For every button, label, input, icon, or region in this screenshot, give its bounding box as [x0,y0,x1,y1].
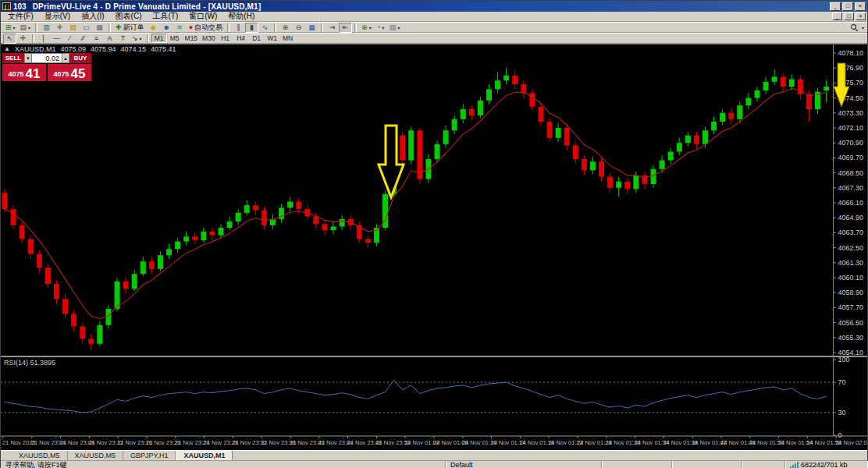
timeframe-m15-button[interactable]: M15 [183,34,201,43]
tile-windows-button[interactable]: ▦ [305,23,318,33]
candle-body [737,105,742,119]
timeframe-d1-button[interactable]: D1 [249,34,265,43]
candle-body [322,224,327,230]
text-label-button[interactable]: T [116,34,130,44]
chart-plot[interactable]: 4078.104076.904075.704074.504073.304072.… [1,44,867,450]
market-watch-button[interactable]: ▥ [40,23,53,33]
candle-body [486,89,492,100]
autotrading-icon: ● [189,23,193,31]
equidistant-channel-button[interactable]: ∕∕ [76,34,90,44]
price-axis-label: 4056.50 [838,319,864,327]
candle-body [495,80,500,89]
price-axis-label: 4069.70 [838,154,864,161]
navigator-button[interactable]: ▧ [66,23,80,33]
candle-body [37,254,42,268]
arrows-button[interactable]: ↘▾ [130,34,144,44]
price-axis-label: 4072.10 [838,124,864,132]
child-restore-button[interactable]: □ [844,12,854,20]
close-button[interactable]: × [855,2,866,11]
bar-chart-icon: ∥ [237,23,240,31]
menu-help[interactable]: 帮助(H) [222,11,260,22]
sell-price[interactable]: 4075 41 [2,64,46,81]
line-chart-button[interactable]: ∿ [258,23,272,33]
templates-button[interactable]: ▨▾ [387,23,403,33]
price-axis-label: 4064.90 [838,214,864,222]
autotrading-button[interactable]: ●自动交易 [187,23,225,33]
volume-input[interactable]: 0.02 [32,53,62,63]
child-minimize-button[interactable]: _ [832,12,842,20]
community-button[interactable]: ☻ [160,23,173,33]
candle-body [88,339,94,343]
timeframe-mn-button[interactable]: MN [280,34,296,43]
chart-area[interactable]: ▲ XAUUSD,M1 4075.09 4075.94 4074.15 4075… [1,44,867,450]
buy-price-prefix: 4075 [54,69,69,80]
search-box[interactable]: ▾ [850,23,864,32]
menu-insert[interactable]: 插入(I) [76,11,109,22]
volume-down-button[interactable]: ▼ [24,53,32,63]
timeframe-m5-button[interactable]: M5 [167,34,183,43]
candle-body [720,113,725,122]
horizontal-line-button[interactable]: — [50,34,63,44]
status-profile[interactable]: Default [446,461,602,468]
fibonacci-button[interactable]: ≡ [90,34,103,44]
candle-body [2,193,8,209]
bar-chart-button[interactable]: ∥ [232,23,245,33]
timeframe-h1-button[interactable]: H1 [218,34,233,43]
buy-price[interactable]: 4075 45 [48,64,91,81]
terminal-button[interactable]: ▭ [80,23,93,33]
timeframe-w1-button[interactable]: W1 [265,34,280,43]
candle-body [660,161,665,169]
cursor-button[interactable]: ↖ [3,34,16,44]
candle-body [80,326,85,339]
menu-window[interactable]: 窗口(W) [183,11,222,22]
chart-tab-xauusd-m5-2[interactable]: XAUUSD,M5 [68,451,124,460]
candle-body [703,130,708,144]
chart-tab-xauusd-m5-1[interactable]: XAUUSD,M5 [12,451,68,460]
timeframe-h4-button[interactable]: H4 [233,34,249,43]
price-axis-label: 4061.30 [838,259,864,267]
timeframe-m1-button[interactable]: M1 [151,34,167,43]
zoom-in-button[interactable]: ⊕ [279,23,292,33]
ohlc-close: 4075.41 [151,45,176,53]
sell-button[interactable]: SELL [2,53,24,63]
toolbar-separator [274,23,276,32]
ohlc-open: 4075.09 [60,45,86,53]
crosshair-button[interactable]: ✛ [16,34,30,44]
minimize-button[interactable]: _ [830,2,841,11]
menu-charts[interactable]: 图表(C) [110,11,148,22]
profiles-button[interactable]: ▤▾ [18,23,34,33]
ohlc-low: 4074.15 [121,45,147,53]
timeframe-m30-button[interactable]: M30 [200,34,218,43]
chart-tab-xauusd-m1[interactable]: XAUUSD,M1 [176,450,233,460]
new-order-button[interactable]: ✚新订单 [113,23,147,33]
account-badge: 103 [13,2,27,11]
signals-button[interactable]: ≋ [173,23,187,33]
new-chart-button[interactable]: ⊞▾ [3,23,18,33]
metaeditor-button[interactable]: ◆ [147,23,160,33]
menu-file[interactable]: 文件(F) [2,11,39,22]
buy-button[interactable]: BUY [69,53,91,63]
auto-scroll-button[interactable]: ⇥ [326,23,339,33]
zoom-out-icon: ⊖ [296,23,302,31]
text-button[interactable]: A [103,34,116,44]
templates-icon: ▨ [390,23,397,31]
menu-view[interactable]: 显示(V) [39,11,76,22]
data-window-button[interactable]: ✚ [53,23,66,33]
trendline-button[interactable]: ∕ [63,34,76,44]
chart-tab-gbpjpy-h1[interactable]: GBPJPY,H1 [123,451,176,460]
candle-body [590,161,596,170]
zoom-out-button[interactable]: ⊖ [292,23,305,33]
strategy-tester-button[interactable]: ▩ [93,23,106,33]
one-click-toggle-icon[interactable]: ▲ [4,45,10,53]
terminal-icon: ▭ [83,23,90,31]
vertical-line-button[interactable]: | [37,34,50,44]
indicators-button[interactable]: ⊕▾ [359,23,374,33]
periods-button[interactable]: ◔▾ [374,23,387,33]
restore-button[interactable]: □ [842,2,853,11]
volume-up-button[interactable]: ▲ [62,53,69,63]
child-close-button[interactable]: × [856,12,866,20]
candlestick-chart-button[interactable]: ▮ [245,23,258,33]
connection-bars-icon [790,462,799,468]
chart-shift-button[interactable]: ⇤ [339,23,352,33]
menu-tools[interactable]: 工具(T) [147,11,183,22]
